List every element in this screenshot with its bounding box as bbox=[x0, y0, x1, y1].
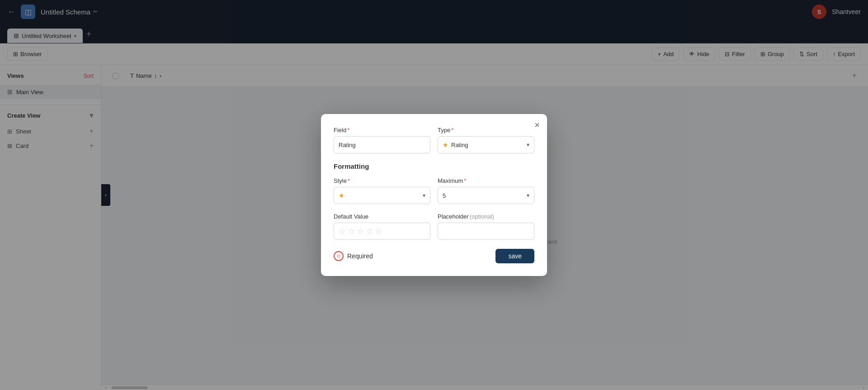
style-chevron-icon: ▾ bbox=[423, 192, 425, 199]
modal-close-button[interactable]: × bbox=[534, 120, 540, 129]
default-value-field: Default Value ☆ ☆ ☆ ☆ ☆ bbox=[334, 213, 430, 240]
style-required-star: * bbox=[348, 177, 350, 184]
style-select[interactable]: ★ ▾ bbox=[334, 187, 430, 204]
default-value-input[interactable]: ☆ ☆ ☆ ☆ ☆ bbox=[334, 223, 430, 240]
maximum-select-value: 5 bbox=[443, 192, 446, 199]
placeholder-field: Placeholder (optional) bbox=[438, 213, 534, 240]
type-star-icon: ★ bbox=[443, 141, 448, 148]
required-label: Required bbox=[347, 252, 373, 260]
type-select[interactable]: ★ Rating ▾ bbox=[438, 136, 534, 153]
style-label: Style* bbox=[334, 177, 430, 184]
star-1[interactable]: ☆ bbox=[339, 226, 346, 236]
field-required-star: * bbox=[347, 127, 349, 133]
save-button[interactable]: save bbox=[495, 249, 534, 263]
default-placeholder-row: Default Value ☆ ☆ ☆ ☆ ☆ Placeholder (opt… bbox=[334, 213, 534, 240]
star-5[interactable]: ☆ bbox=[375, 226, 382, 236]
maximum-label: Maximum* bbox=[438, 177, 534, 184]
star-3[interactable]: ☆ bbox=[357, 226, 364, 236]
modal-overlay: × Field* Type* ★ Rating ▾ bbox=[0, 0, 868, 390]
field-name-field: Field* bbox=[334, 127, 430, 153]
maximum-select[interactable]: 5 ▾ bbox=[438, 187, 534, 204]
placeholder-optional: (optional) bbox=[470, 213, 494, 220]
maximum-chevron-icon: ▾ bbox=[527, 192, 529, 199]
star-4[interactable]: ☆ bbox=[366, 226, 373, 236]
style-star-icon: ★ bbox=[339, 192, 344, 199]
style-field: Style* ★ ▾ bbox=[334, 177, 430, 204]
field-type-row: Field* Type* ★ Rating ▾ bbox=[334, 127, 534, 153]
field-editor-modal: × Field* Type* ★ Rating ▾ bbox=[321, 114, 547, 276]
placeholder-input[interactable] bbox=[438, 223, 534, 240]
maximum-field: Maximum* 5 ▾ bbox=[438, 177, 534, 204]
style-select-content: ★ bbox=[339, 192, 344, 199]
field-label: Field* bbox=[334, 127, 430, 133]
type-required-star: * bbox=[451, 127, 453, 133]
modal-footer: Required save bbox=[334, 249, 534, 263]
type-select-value: Rating bbox=[451, 142, 468, 148]
formatting-title: Formatting bbox=[334, 162, 534, 170]
maximum-required-star: * bbox=[464, 177, 466, 184]
style-maximum-row: Style* ★ ▾ Maximum* 5 ▾ bbox=[334, 177, 534, 204]
default-value-label: Default Value bbox=[334, 213, 430, 220]
type-label: Type* bbox=[438, 127, 534, 133]
placeholder-label: Placeholder (optional) bbox=[438, 213, 534, 220]
required-checkbox[interactable] bbox=[334, 251, 344, 261]
default-stars: ☆ ☆ ☆ ☆ ☆ bbox=[339, 224, 382, 239]
star-2[interactable]: ☆ bbox=[348, 226, 355, 236]
required-circle-inner bbox=[337, 254, 340, 258]
type-select-content: ★ Rating bbox=[443, 141, 468, 148]
type-field: Type* ★ Rating ▾ bbox=[438, 127, 534, 153]
type-chevron-icon: ▾ bbox=[527, 142, 529, 148]
required-checkbox-area: Required bbox=[334, 251, 373, 261]
field-input[interactable] bbox=[334, 136, 430, 153]
